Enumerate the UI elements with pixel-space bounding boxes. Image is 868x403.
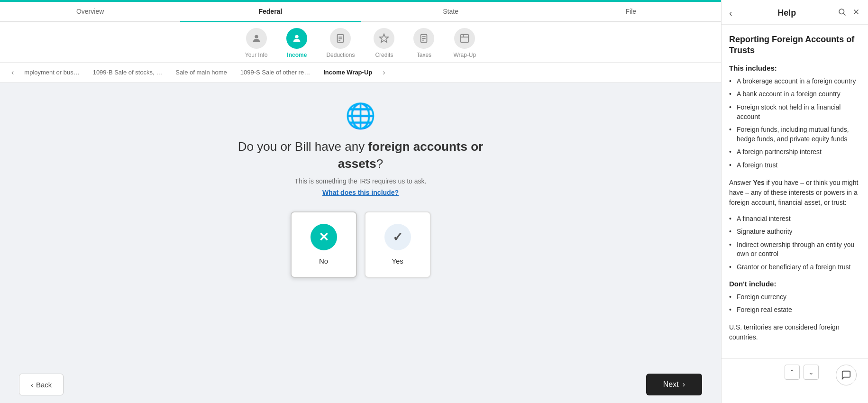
help-back-button[interactable]: ‹ [729, 8, 732, 18]
help-content: Reporting Foreign Accounts of Trusts Thi… [722, 25, 868, 358]
svg-line-16 [843, 13, 845, 15]
footer-bar: ‹ Back Next › [0, 366, 721, 403]
power-item-2: Indirect ownership through an entity you… [729, 240, 860, 259]
what-does-include-link[interactable]: What does this include? [322, 189, 399, 196]
question-end: ? [376, 156, 383, 171]
include-item-5: A foreign trust [729, 161, 860, 170]
step-credits-label: Credits [375, 52, 393, 58]
dont-include-0: Foreign currency [729, 293, 860, 302]
help-header: ‹ Help [722, 0, 868, 25]
help-dont-include: Don't include: [729, 280, 860, 288]
breadcrumb-prev[interactable]: ‹ [8, 68, 18, 77]
breadcrumb-next[interactable]: › [379, 68, 389, 77]
back-chevron-icon: ‹ [31, 381, 33, 389]
breadcrumb-item-2[interactable]: Sale of main home [169, 69, 233, 76]
step-income[interactable]: $ Income [286, 28, 307, 58]
svg-rect-12 [461, 35, 469, 43]
help-chat-button[interactable] [836, 365, 857, 385]
help-includes-list: A brokerage account in a foreign country… [729, 77, 860, 170]
step-taxes-label: Taxes [417, 52, 431, 58]
answer-cards: ✕ No ✓ Yes [291, 211, 431, 278]
breadcrumb-item-4[interactable]: Income Wrap-Up [317, 69, 379, 76]
yes-label: Yes [392, 257, 403, 265]
globe-icon: 🌐 [345, 101, 376, 130]
help-scroll-up-button[interactable]: ⌃ [785, 365, 800, 380]
help-footnote: U.S. territories are considered foreign … [729, 322, 860, 342]
power-item-1: Signature authority [729, 227, 860, 237]
step-your-info-label: Your Info [245, 52, 268, 58]
answer-no-card[interactable]: ✕ No [291, 211, 357, 278]
help-scroll-down-button[interactable]: ⌄ [804, 365, 819, 380]
step-your-info[interactable]: Your Info [245, 28, 268, 58]
wrapup-icon [454, 28, 475, 49]
back-label: Back [36, 381, 52, 389]
tab-state[interactable]: State [361, 2, 541, 22]
help-panel: ‹ Help Reporting Foreign Accounts of Tru… [721, 0, 868, 403]
no-icon: ✕ [311, 224, 337, 250]
breadcrumb-item-3[interactable]: 1099-S Sale of other re… [234, 69, 317, 76]
include-item-0: A brokerage account in a foreign country [729, 77, 860, 86]
help-search-icon[interactable] [838, 8, 846, 18]
svg-point-0 [255, 35, 258, 38]
tab-file[interactable]: File [541, 2, 721, 22]
income-icon: $ [286, 28, 307, 49]
taxes-icon [413, 28, 434, 49]
tab-overview[interactable]: Overview [0, 2, 180, 22]
include-item-2: Foreign stock not held in a financial ac… [729, 103, 860, 121]
include-item-1: A bank account in a foreign country [729, 90, 860, 99]
steps-nav: Your Info $ Income Deductions Credits Ta… [0, 22, 721, 63]
help-dont-include-list: Foreign currency Foreign real estate [729, 293, 860, 315]
breadcrumb: ‹ mployment or bus… 1099-B Sale of stock… [0, 63, 721, 82]
include-item-3: Foreign funds, including mutual funds, h… [729, 125, 860, 144]
step-deductions[interactable]: Deductions [326, 28, 355, 58]
next-button[interactable]: Next › [646, 374, 702, 395]
next-label: Next [663, 380, 679, 389]
help-main-title: Reporting Foreign Accounts of Trusts [729, 34, 860, 56]
no-label: No [319, 257, 328, 265]
answer-yes-card[interactable]: ✓ Yes [365, 211, 431, 278]
content-area: 🌐 Do you or Bill have any foreign accoun… [0, 82, 721, 366]
power-item-0: A financial interest [729, 214, 860, 224]
step-taxes[interactable]: Taxes [413, 28, 434, 58]
main-question: Do you or Bill have any foreign accounts… [228, 138, 493, 173]
power-item-3: Grantor or beneficiary of a foreign trus… [729, 263, 860, 272]
svg-text:$: $ [298, 38, 300, 43]
svg-point-1 [295, 35, 299, 38]
sub-text: This is something the IRS requires us to… [295, 177, 427, 185]
help-footer: ⌃ ⌄ [722, 358, 868, 391]
help-title: Help [736, 8, 838, 18]
dont-include-1: Foreign real estate [729, 305, 860, 315]
step-wrapup-label: Wrap-Up [453, 52, 476, 58]
question-prefix: Do you or Bill have any [238, 139, 368, 154]
svg-marker-7 [380, 34, 388, 42]
step-wrapup[interactable]: Wrap-Up [453, 28, 476, 58]
help-answer-yes-paragraph: Answer Yes if you have – or think you mi… [729, 178, 860, 208]
next-chevron-icon: › [683, 380, 685, 389]
top-nav: Overview Federal State File [0, 2, 721, 22]
deductions-icon [330, 28, 351, 49]
step-credits[interactable]: Credits [374, 28, 394, 58]
your-info-icon [246, 28, 267, 49]
breadcrumb-item-1[interactable]: 1099-B Sale of stocks, … [86, 69, 169, 76]
tab-federal[interactable]: Federal [180, 2, 360, 22]
credits-icon [374, 28, 394, 49]
include-item-4: A foreign partnership interest [729, 147, 860, 157]
breadcrumb-item-0[interactable]: mployment or bus… [18, 69, 86, 76]
main-area: Overview Federal State File Your Info $ … [0, 0, 721, 403]
help-icons [838, 8, 860, 18]
svg-point-15 [839, 9, 844, 14]
help-powers-list: A financial interest Signature authority… [729, 214, 860, 272]
step-deductions-label: Deductions [326, 52, 355, 58]
yes-icon: ✓ [384, 224, 411, 250]
help-this-includes: This includes: [729, 64, 860, 72]
help-close-icon[interactable] [852, 8, 860, 18]
back-button[interactable]: ‹ Back [19, 374, 64, 395]
step-income-label: Income [287, 52, 307, 58]
